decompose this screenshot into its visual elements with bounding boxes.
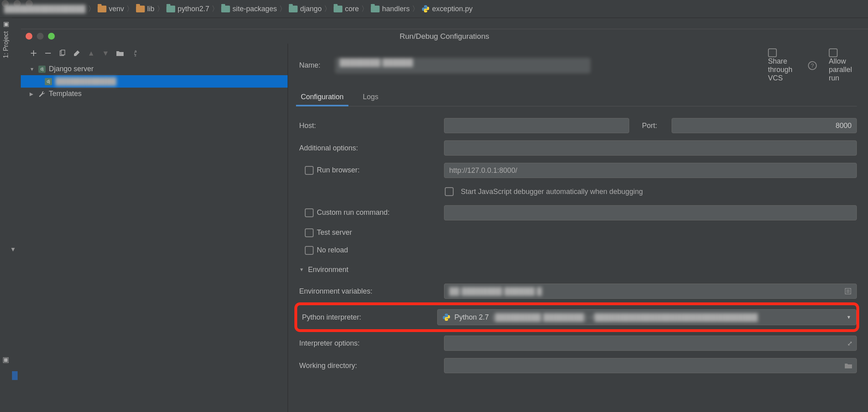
name-label: Name: [299, 61, 327, 70]
interpreter-label: Python interpreter: [300, 313, 437, 322]
environment-section-toggle[interactable]: ▼ Environment [299, 259, 857, 280]
dialog-title: Run/Debug Configurations [400, 32, 489, 41]
interpreter-dropdown[interactable]: Python 2.7 (█████████ ████████) ~/██████… [437, 309, 856, 325]
host-input[interactable] [444, 118, 629, 133]
interpreter-options-input[interactable]: ⤢ [444, 336, 857, 351]
host-label: Host: [299, 122, 438, 130]
folder-open-icon[interactable] [844, 362, 852, 369]
config-tabs: Configuration Logs [299, 89, 857, 106]
run-browser-input[interactable]: http://127.0.0.1:8000/ [444, 163, 857, 178]
add-config-button[interactable] [30, 49, 38, 57]
project-tool-window-tab[interactable]: 1: Project ▣ [0, 18, 12, 62]
checkbox-icon [829, 48, 838, 57]
help-icon[interactable]: ? [808, 61, 817, 70]
share-vcs-checkbox[interactable]: Share through VCS [768, 48, 796, 82]
breadcrumb-item[interactable]: venv [98, 5, 124, 13]
parallel-run-checkbox[interactable]: Allow parallel run [829, 48, 857, 82]
copy-config-button[interactable] [58, 49, 66, 57]
custom-run-checkbox[interactable]: Custom run command: [299, 208, 438, 217]
port-input[interactable]: 8000 [672, 118, 857, 133]
python-interpreter-highlight: Python interpreter: Python 2.7 (████████… [294, 302, 859, 332]
chevron-right-icon: 〉 [88, 4, 95, 14]
checkbox-icon [768, 48, 777, 57]
gutter-chevron-icon[interactable]: ▾ [11, 245, 15, 254]
additional-options-input[interactable] [444, 140, 857, 156]
folder-button[interactable] [116, 49, 124, 57]
wrench-icon [38, 90, 46, 98]
config-tree: ▼ dj Django server dj ████████████ ▶ Tem… [21, 63, 288, 100]
python-file-icon [422, 5, 430, 13]
breadcrumb-item[interactable]: core [334, 5, 359, 13]
folder-icon [334, 6, 342, 12]
chevron-right-icon: 〉 [157, 4, 164, 14]
chevron-right-icon: 〉 [212, 4, 219, 14]
move-up-button[interactable]: ▲ [87, 49, 95, 57]
folder-icon [166, 6, 175, 12]
working-dir-label: Working directory: [299, 362, 438, 370]
custom-run-input[interactable] [444, 205, 857, 220]
tab-logs[interactable]: Logs [361, 89, 380, 106]
run-browser-checkbox[interactable]: Run browser: [299, 166, 438, 175]
chevron-right-icon: 〉 [279, 4, 286, 14]
tree-label: ████████████ [55, 77, 116, 86]
django-icon: dj [38, 66, 46, 73]
checkbox-icon [305, 228, 314, 237]
minimize-window-icon[interactable] [37, 33, 44, 40]
port-label: Port: [642, 122, 666, 130]
folder-icon [371, 6, 380, 12]
checkbox-icon [305, 246, 314, 255]
checkbox-icon [305, 166, 314, 175]
tree-toolbar: ▲ ▼ ↓az [21, 47, 288, 63]
chevron-right-icon: 〉 [412, 4, 419, 14]
breadcrumb: ████████████████ 〉 venv 〉 lib 〉 python2.… [0, 0, 868, 18]
breadcrumb-root[interactable]: ████████████████ [4, 5, 86, 13]
sort-button[interactable]: ↓az [130, 49, 138, 57]
expand-icon[interactable]: ⤢ [847, 340, 852, 347]
edit-defaults-button[interactable] [73, 49, 81, 57]
chevron-down-icon: ▼ [299, 267, 304, 272]
tree-label: Django server [49, 65, 94, 73]
checkbox-icon [445, 187, 454, 196]
chevron-down-icon: ▼ [846, 314, 851, 320]
remove-config-button[interactable] [44, 49, 52, 57]
chevron-right-icon: 〉 [361, 4, 368, 14]
gutter-marker-icon [12, 371, 18, 380]
checkbox-icon [305, 208, 314, 217]
breadcrumb-item[interactable]: site-packages [221, 5, 277, 13]
dialog-titlebar: Run/Debug Configurations [21, 29, 868, 44]
breadcrumb-item[interactable]: lib [136, 5, 154, 13]
chevron-right-icon: 〉 [324, 4, 331, 14]
gutter-run-icon[interactable]: ▣ [2, 355, 9, 364]
breadcrumb-item[interactable]: python2.7 [166, 5, 209, 13]
close-window-icon[interactable] [26, 33, 32, 40]
svg-rect-1 [61, 50, 65, 55]
tree-node-django-config[interactable]: dj ████████████ [21, 75, 288, 88]
folder-icon [98, 6, 106, 12]
chevron-right-icon: ▶ [30, 91, 35, 97]
name-input[interactable]: ████████ ██████ [335, 58, 590, 73]
additional-options-label: Additional options: [299, 144, 438, 152]
folder-icon [136, 6, 145, 12]
run-debug-config-dialog: Run/Debug Configurations ▲ ▼ ↓az ▼ dj Dj… [21, 29, 868, 412]
env-vars-input[interactable]: ██ ████████ ██████ █ [444, 284, 857, 299]
django-icon: dj [45, 78, 52, 85]
maximize-window-icon[interactable] [48, 33, 55, 40]
breadcrumb-file[interactable]: exception.py [422, 5, 472, 13]
config-form-panel: Name: ████████ ██████ Share through VCS … [288, 44, 868, 412]
configurations-tree-panel: ▲ ▼ ↓az ▼ dj Django server dj ██████████… [21, 44, 288, 412]
tree-node-templates[interactable]: ▶ Templates [21, 88, 288, 100]
project-icon: ▣ [2, 21, 10, 29]
no-reload-checkbox[interactable]: No reload [299, 246, 438, 255]
breadcrumb-item[interactable]: handlers [371, 5, 410, 13]
working-dir-input[interactable] [444, 358, 857, 373]
breadcrumb-item[interactable]: django [289, 5, 322, 13]
js-debugger-checkbox[interactable]: Start JavaScript debugger automatically … [445, 182, 857, 202]
chevron-right-icon: 〉 [126, 4, 134, 14]
list-icon[interactable] [844, 288, 852, 295]
folder-icon [221, 6, 230, 12]
move-down-button[interactable]: ▼ [102, 49, 110, 57]
interpreter-options-label: Interpreter options: [299, 339, 438, 348]
tab-configuration[interactable]: Configuration [299, 89, 345, 106]
tree-node-django-server[interactable]: ▼ dj Django server [21, 63, 288, 75]
test-server-checkbox[interactable]: Test server [299, 228, 438, 237]
